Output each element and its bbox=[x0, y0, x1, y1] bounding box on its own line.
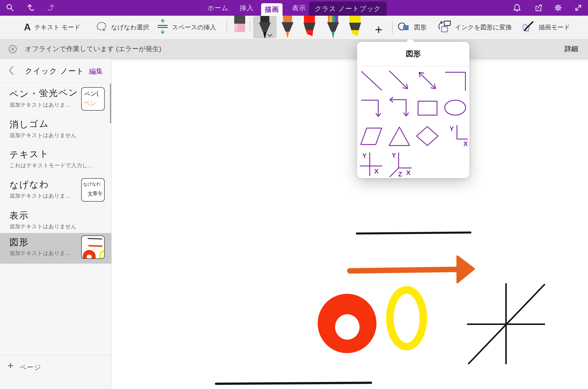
page-title: 消しゴム bbox=[9, 118, 49, 131]
shape-axes-cross[interactable]: YX bbox=[358, 151, 386, 178]
page-title: 図形 bbox=[9, 236, 29, 249]
ink-to-shape-button[interactable]: インクを図形に変換 bbox=[438, 20, 512, 35]
shape-elbow-arrow[interactable] bbox=[358, 95, 386, 123]
rainbow-pen[interactable] bbox=[325, 16, 341, 40]
tab-view[interactable]: 表示 bbox=[288, 0, 310, 16]
add-page-row: + ページ bbox=[0, 355, 111, 389]
popup-title: 図形 bbox=[357, 49, 469, 59]
eraser[interactable] bbox=[233, 16, 247, 34]
toolbar-divider-2 bbox=[392, 21, 393, 34]
search-icon[interactable] bbox=[4, 2, 15, 13]
shape-diamond[interactable] bbox=[414, 123, 441, 151]
note-canvas[interactable] bbox=[112, 59, 588, 389]
lasso-select-button[interactable]: なげなわ選択 bbox=[96, 20, 149, 35]
svg-text:Y: Y bbox=[362, 152, 367, 159]
shapes-button[interactable]: 図形 bbox=[398, 20, 427, 35]
orange-pen[interactable] bbox=[280, 16, 295, 40]
page-item-pen[interactable]: ペン・蛍光ペン 追加テキストはありま… ペン( ペン bbox=[0, 85, 111, 115]
edit-button[interactable]: 編集 bbox=[89, 67, 103, 76]
page-title: ペン・蛍光ペン bbox=[9, 86, 78, 100]
yellow-highlighter[interactable] bbox=[347, 16, 363, 38]
black-pen-selected[interactable] bbox=[253, 16, 277, 38]
pen-options-chevron-icon bbox=[267, 34, 273, 37]
sidebar-scrollbar[interactable] bbox=[110, 83, 111, 123]
page-item-text[interactable]: テキスト これはテキストモードで入力し… bbox=[0, 145, 111, 175]
shape-triangle[interactable] bbox=[386, 123, 414, 151]
page-item-eraser[interactable]: 消しゴム 追加テキストはありません bbox=[0, 115, 111, 145]
page-item-lasso[interactable]: なげなわ 追加テキストはありま… なげなわ 文章を bbox=[0, 176, 111, 206]
tab-class-notebook-label: クラス ノートブック bbox=[315, 4, 381, 13]
offline-message: オフラインで作業しています (エラーが発生) bbox=[25, 44, 161, 53]
page-item-view[interactable]: 表示 追加テキストはありません bbox=[0, 206, 111, 236]
shape-arrow[interactable] bbox=[386, 67, 414, 95]
thumb-text: ペン( bbox=[84, 89, 99, 98]
svg-text:X: X bbox=[406, 169, 411, 176]
shapes-label: 図形 bbox=[414, 23, 427, 31]
page-title: なげなわ bbox=[9, 178, 49, 191]
lasso-icon bbox=[96, 21, 108, 34]
tab-view-label: 表示 bbox=[292, 3, 306, 12]
insert-space-label: スペースの挿入 bbox=[172, 23, 216, 31]
app-title-bar: ホーム 挿入 描画 表示 クラス ノートブック bbox=[0, 0, 588, 16]
red-highlighter[interactable] bbox=[301, 16, 317, 38]
ink-to-shape-icon bbox=[438, 20, 451, 34]
tab-draw[interactable]: 描画 bbox=[261, 3, 283, 16]
shape-ellipse[interactable] bbox=[441, 95, 469, 123]
shape-elbow-double-arrow[interactable] bbox=[386, 95, 414, 123]
shapes-icon bbox=[398, 21, 411, 33]
svg-text:Y: Y bbox=[392, 152, 396, 159]
detail-link[interactable]: 詳細 bbox=[565, 44, 578, 53]
tab-home[interactable]: ホーム bbox=[204, 0, 232, 16]
shape-line[interactable] bbox=[358, 67, 386, 95]
shape-rectangle[interactable] bbox=[414, 95, 441, 123]
draw-ribbon: A テキスト モード なげなわ選択 スペースの挿入 bbox=[0, 16, 588, 39]
page-subtitle: 追加テキストはありま… bbox=[9, 192, 71, 200]
draw-mode-button[interactable]: 描画モード bbox=[522, 20, 570, 35]
page-item-shapes-selected[interactable]: 図形 追加テキストはありま… bbox=[0, 233, 111, 264]
dismiss-error-icon[interactable] bbox=[8, 45, 17, 55]
tab-insert[interactable]: 挿入 bbox=[235, 0, 258, 16]
page-subtitle: 追加テキストはありません bbox=[9, 132, 76, 139]
insert-space-icon bbox=[157, 19, 168, 36]
canvas-top-shadow bbox=[112, 59, 588, 62]
tab-home-label: ホーム bbox=[207, 3, 228, 12]
shape-parallelogram[interactable] bbox=[358, 123, 386, 151]
page-subtitle: これはテキストモードで入力し… bbox=[9, 162, 93, 169]
page-thumbnail: なげなわ 文章を bbox=[81, 178, 105, 202]
add-page-plus-icon[interactable]: + bbox=[7, 360, 14, 372]
lasso-label: なげなわ選択 bbox=[111, 23, 149, 31]
undo-icon[interactable] bbox=[26, 2, 37, 13]
page-subtitle: 追加テキストはありま… bbox=[9, 249, 71, 257]
page-list-header: クイック ノート 編集 bbox=[0, 59, 111, 83]
redo-icon[interactable] bbox=[45, 2, 56, 13]
tab-insert-label: 挿入 bbox=[240, 3, 254, 12]
shape-grid: YX YX YXZ bbox=[358, 67, 469, 178]
toolbar-divider bbox=[226, 21, 227, 34]
shape-axes-3d[interactable]: YXZ bbox=[386, 151, 414, 178]
share-icon[interactable] bbox=[533, 2, 544, 13]
shapes-popup: 図形 YX YX bbox=[357, 42, 469, 178]
draw-mode-icon bbox=[522, 20, 535, 34]
page-subtitle: 追加テキストはありま… bbox=[9, 101, 71, 109]
shape-elbow-connector[interactable] bbox=[441, 67, 469, 95]
add-page-label[interactable]: ページ bbox=[19, 363, 41, 372]
thumb-text: 文章を bbox=[87, 189, 103, 197]
tab-class-notebook[interactable]: クラス ノートブック bbox=[309, 1, 387, 16]
svg-text:X: X bbox=[463, 140, 468, 148]
page-title: テキスト bbox=[9, 148, 49, 161]
insert-space-button[interactable]: スペースの挿入 bbox=[157, 20, 216, 35]
shape-axes-quadrant[interactable]: YX bbox=[441, 123, 469, 151]
popup-divider bbox=[357, 66, 469, 66]
back-chevron-icon[interactable] bbox=[7, 65, 14, 77]
expand-icon[interactable] bbox=[573, 2, 584, 13]
bell-icon[interactable] bbox=[512, 2, 522, 13]
svg-text:Z: Z bbox=[398, 170, 402, 178]
text-mode-icon: A bbox=[24, 22, 31, 33]
text-mode-label: テキスト モード bbox=[34, 23, 80, 31]
page-list-panel: クイック ノート 編集 ペン・蛍光ペン 追加テキストはありま… ペン( ペン 消… bbox=[0, 59, 112, 389]
text-mode-button[interactable]: A テキスト モード bbox=[24, 20, 80, 35]
add-pen-button[interactable]: + bbox=[372, 23, 386, 37]
pen-divider bbox=[250, 21, 250, 32]
settings-icon[interactable] bbox=[553, 2, 564, 13]
shape-double-arrow[interactable] bbox=[414, 67, 441, 95]
